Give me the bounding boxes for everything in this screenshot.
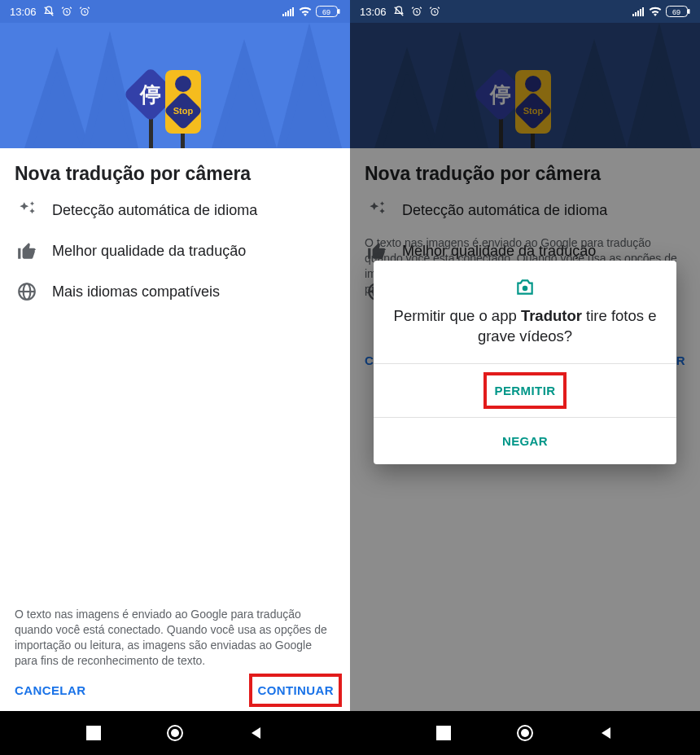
svg-rect-36 <box>637 11 639 16</box>
page-title: Nova tradução por câmera <box>15 163 335 185</box>
wifi-icon <box>649 7 662 16</box>
notification-muted-icon <box>393 6 405 17</box>
svg-rect-6 <box>290 9 291 16</box>
svg-point-22 <box>175 76 191 92</box>
alarm-icon <box>411 6 422 17</box>
disclaimer-text: O texto nas imagens é enviado ao Google … <box>0 607 350 669</box>
dialog-deny-button[interactable]: NEGAR <box>374 418 676 464</box>
highlight-allow: PERMITIR <box>483 372 567 409</box>
hero-illustration: 停 Stop <box>0 23 350 148</box>
continue-button[interactable]: CONTINUAR <box>254 678 337 702</box>
android-navbar <box>0 711 350 755</box>
svg-rect-3 <box>282 14 284 16</box>
signal-icon <box>632 7 645 16</box>
svg-rect-40 <box>688 9 690 14</box>
content-area: Nova tradução por câmera Detecção automá… <box>0 148 350 302</box>
android-navbar <box>350 711 700 755</box>
feature-2: Melhor qualidade da tradução <box>15 240 335 261</box>
svg-rect-34 <box>632 14 634 16</box>
dialog-app-name: Tradutor <box>521 307 582 324</box>
svg-rect-62 <box>436 726 451 740</box>
nav-back-icon[interactable] <box>249 726 264 740</box>
svg-rect-27 <box>86 726 101 740</box>
alarm-icon-2 <box>79 6 90 17</box>
sign-en-text: Stop <box>173 106 194 116</box>
svg-rect-37 <box>640 9 641 16</box>
dialog-allow-button[interactable]: PERMITIR <box>495 379 556 402</box>
svg-point-61 <box>523 286 528 292</box>
svg-marker-30 <box>252 727 260 739</box>
battery-icon: 69 <box>666 6 690 17</box>
notification-muted-icon <box>43 6 55 17</box>
svg-text:69: 69 <box>672 8 680 16</box>
status-bar: 13:06 69 <box>0 0 350 23</box>
nav-recent-icon[interactable] <box>436 726 451 740</box>
permission-dialog: Permitir que o app Tradutor tire fotos e… <box>374 261 676 464</box>
sign-cn-text: 停 <box>139 82 161 107</box>
sparkle-icon <box>15 200 39 221</box>
svg-rect-4 <box>285 12 287 16</box>
svg-point-29 <box>171 729 179 737</box>
cancel-button[interactable]: CANCELAR <box>8 675 92 705</box>
dialog-msg-prefix: Permitir que o app <box>394 307 521 324</box>
feature-1-label: Detecção automática de idioma <box>52 202 257 219</box>
alarm-icon <box>61 6 72 17</box>
feature-1: Detecção automática de idioma <box>15 200 335 221</box>
action-row: CANCELAR CONTINUAR <box>0 669 350 711</box>
status-time: 13:06 <box>10 6 37 18</box>
highlight-continue: CONTINUAR <box>249 674 342 707</box>
svg-marker-65 <box>602 727 610 739</box>
camera-icon <box>392 277 658 298</box>
feature-3-label: Mais idiomas compatíveis <box>52 283 220 301</box>
svg-rect-5 <box>287 11 289 16</box>
globe-icon <box>15 281 39 302</box>
alarm-icon-2 <box>429 6 440 17</box>
dialog-message: Permitir que o app Tradutor tire fotos e… <box>392 306 658 347</box>
status-time: 13:06 <box>360 6 387 18</box>
phone-screenshot-2: 13:06 69 <box>350 0 700 755</box>
feature-3: Mais idiomas compatíveis <box>15 281 335 302</box>
feature-2-label: Melhor qualidade da tradução <box>52 243 246 260</box>
svg-rect-9 <box>338 9 340 14</box>
battery-level: 69 <box>322 8 330 16</box>
svg-rect-35 <box>635 12 637 16</box>
nav-home-icon[interactable] <box>516 724 534 742</box>
svg-point-64 <box>521 729 529 737</box>
status-bar: 13:06 69 <box>350 0 700 23</box>
battery-icon: 69 <box>316 6 340 17</box>
svg-rect-7 <box>292 7 294 16</box>
wifi-icon <box>299 7 312 16</box>
phone-screenshot-1: 13:06 69 <box>0 0 350 755</box>
nav-back-icon[interactable] <box>599 726 614 740</box>
nav-recent-icon[interactable] <box>86 726 101 740</box>
nav-home-icon[interactable] <box>166 724 184 742</box>
thumb-up-icon <box>15 240 39 261</box>
svg-rect-38 <box>642 7 644 16</box>
signal-icon <box>282 7 295 16</box>
